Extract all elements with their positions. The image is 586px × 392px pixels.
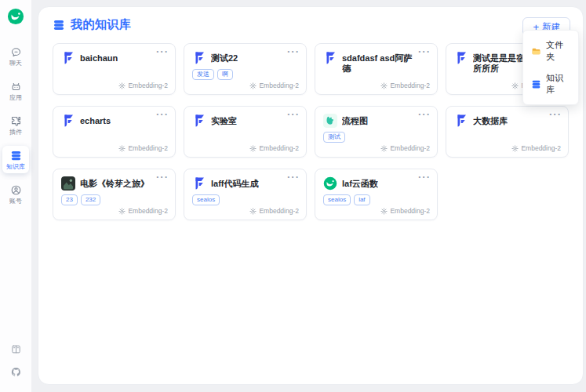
card-tag-row: 23232 [61, 194, 167, 205]
tag-badge: sealos [192, 194, 220, 205]
gear-icon [511, 82, 519, 89]
chat-icon [10, 46, 22, 58]
model-label: Embedding-2 [259, 144, 299, 152]
sidebar-item-chat[interactable]: 聊天 [2, 42, 29, 70]
gear-icon [118, 82, 126, 89]
fastgpt-icon [192, 176, 206, 191]
sidebar-nav: 聊天应用插件知识库账号 [2, 42, 29, 208]
teal-avatar-icon [323, 114, 337, 128]
card-tag-row: sealoslaf [323, 194, 429, 205]
card-tag-row: 发送啊 [192, 69, 298, 80]
sidebar-item-label: 聊天 [9, 60, 22, 67]
sidebar-footer [10, 343, 22, 378]
poster-icon [61, 176, 75, 191]
card-more-menu-icon[interactable]: ··· [287, 46, 300, 57]
dataset-card[interactable]: 测试22···发送啊Embedding-2 [184, 43, 307, 95]
card-title: 电影《铃芽之旅》 [80, 179, 149, 189]
card-title: laff代码生成 [211, 179, 259, 189]
main-panel: 我的知识库 + 新建 baichaun···Embedding-2测试22···… [38, 6, 584, 385]
dataset-card[interactable]: echarts···Embedding-2 [53, 106, 176, 158]
card-title: 流程图 [342, 116, 368, 126]
fastgpt-icon [454, 114, 468, 128]
model-label: Embedding-2 [259, 82, 299, 89]
model-label: Embedding-2 [390, 82, 430, 89]
dataset-card[interactable]: baichaun···Embedding-2 [53, 43, 176, 95]
fastgpt-icon [192, 51, 206, 65]
card-model-badge: Embedding-2 [380, 207, 430, 215]
card-model-badge: Embedding-2 [511, 144, 561, 152]
database-icon [10, 150, 22, 162]
create-dropdown-menu: 文件夹知识库 [522, 30, 579, 105]
page-header: 我的知识库 [38, 7, 583, 42]
gear-icon [249, 82, 257, 89]
fastgpt-icon [61, 51, 75, 65]
card-header: 测试22 [192, 51, 298, 65]
gear-icon [249, 145, 257, 152]
tag-badge: sealos [323, 194, 351, 205]
card-model-badge: Embedding-2 [118, 207, 168, 215]
menu-item-label: 文件夹 [546, 39, 570, 63]
create-menu-item-folder[interactable]: 文件夹 [523, 34, 578, 67]
tag-badge: 啊 [217, 69, 233, 80]
card-header: 流程图 [323, 114, 429, 128]
card-more-menu-icon[interactable]: ··· [287, 109, 300, 120]
card-more-menu-icon[interactable]: ··· [156, 172, 169, 183]
card-more-menu-icon[interactable]: ··· [156, 109, 169, 120]
gear-icon [511, 145, 519, 152]
dataset-card[interactable]: 实验室···Embedding-2 [184, 106, 307, 158]
card-header: 大数据库 [454, 114, 560, 128]
card-title: 实验室 [211, 116, 237, 126]
sidebar-item-label: 应用 [9, 94, 22, 101]
folder-icon [531, 46, 541, 56]
fastgpt-icon [454, 51, 468, 65]
database-icon [53, 19, 65, 31]
fastgpt-icon [323, 51, 337, 65]
laf-logo-icon[interactable] [7, 8, 24, 25]
card-title: sdafdasf asd阿萨德 [342, 53, 417, 74]
sidebar: 聊天应用插件知识库账号 [0, 0, 31, 392]
sidebar-item-label: 知识库 [6, 163, 25, 170]
database-icon [531, 79, 541, 89]
dataset-card[interactable]: laf云函数···sealoslafEmbedding-2 [315, 169, 438, 220]
tag-badge: 232 [81, 194, 100, 205]
tag-badge: laf [354, 194, 369, 205]
gear-icon [249, 208, 257, 215]
card-header: sdafdasf asd阿萨德 [323, 51, 429, 74]
dataset-card[interactable]: laff代码生成···sealosEmbedding-2 [184, 169, 307, 220]
model-label: Embedding-2 [521, 144, 561, 152]
card-model-badge: Embedding-2 [380, 144, 430, 152]
card-more-menu-icon[interactable]: ··· [418, 172, 431, 183]
doc-icon[interactable] [10, 343, 22, 355]
gear-icon [380, 208, 388, 215]
card-tag-row: 测试 [323, 132, 429, 143]
fastgpt-icon [192, 114, 206, 128]
dataset-card[interactable]: 流程图···测试Embedding-2 [315, 106, 438, 158]
dataset-card[interactable]: sdafdasf asd阿萨德···Embedding-2 [315, 43, 438, 95]
model-label: Embedding-2 [128, 82, 168, 89]
card-title: echarts [80, 116, 111, 126]
sidebar-item-plugins[interactable]: 插件 [2, 111, 29, 139]
sidebar-item-account[interactable]: 账号 [2, 180, 29, 208]
card-model-badge: Embedding-2 [118, 144, 168, 152]
card-more-menu-icon[interactable]: ··· [418, 109, 431, 120]
model-label: Embedding-2 [128, 207, 168, 215]
card-more-menu-icon[interactable]: ··· [549, 109, 562, 120]
gear-icon [380, 82, 388, 89]
card-more-menu-icon[interactable]: ··· [287, 172, 300, 183]
card-title: baichaun [80, 53, 118, 64]
sidebar-item-apps[interactable]: 应用 [2, 77, 29, 104]
dataset-card[interactable]: 大数据库···Embedding-2 [446, 106, 569, 158]
sidebar-item-datasets[interactable]: 知识库 [2, 146, 29, 173]
card-model-badge: Embedding-2 [118, 82, 168, 89]
card-model-badge: Embedding-2 [249, 82, 299, 89]
plugin-icon [10, 115, 22, 127]
tag-badge: 发送 [192, 69, 214, 80]
card-more-menu-icon[interactable]: ··· [156, 46, 169, 57]
github-icon[interactable] [10, 366, 22, 378]
gear-icon [118, 208, 126, 215]
card-more-menu-icon[interactable]: ··· [418, 46, 431, 57]
card-model-badge: Embedding-2 [249, 144, 299, 152]
card-header: baichaun [61, 51, 167, 65]
dataset-card[interactable]: 电影《铃芽之旅》···23232Embedding-2 [53, 169, 176, 220]
create-menu-item-dataset[interactable]: 知识库 [523, 67, 578, 100]
